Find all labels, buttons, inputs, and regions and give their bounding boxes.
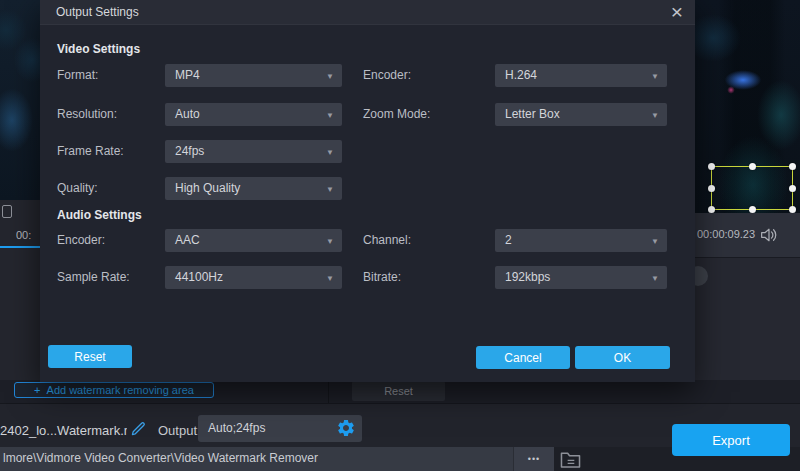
chevron-down-icon: ▼ [326,230,334,253]
quality-value: High Quality [175,177,240,200]
chevron-down-icon: ▼ [326,141,334,164]
speaker-icon[interactable] [760,227,778,247]
sample-rate-label: Sample Rate: [57,270,130,284]
dialog-title-bar: Output Settings × [40,0,695,25]
chevron-down-icon: ▼ [651,230,659,253]
gear-icon[interactable] [336,418,356,442]
workarea-row: + Add watermark removing area Reset [0,380,800,403]
resolution-value: Auto [175,103,200,126]
audio-encoder-dropdown[interactable]: AAC ▼ [165,229,342,252]
audio-encoder-value: AAC [175,229,200,252]
add-watermark-area-button[interactable]: + Add watermark removing area [14,382,214,398]
ok-button[interactable]: OK [575,346,670,369]
workarea-reset-button[interactable]: Reset [352,381,445,401]
output-label: Output: [158,423,201,438]
quality-dropdown[interactable]: High Quality ▼ [165,177,342,200]
left-preview-panel: 00: [0,200,40,403]
output-settings-dialog: Output Settings × Video Settings Format:… [40,0,695,382]
resolution-label: Resolution: [57,107,117,121]
video-settings-heading: Video Settings [57,42,140,56]
cancel-button[interactable]: Cancel [476,346,570,369]
right-preview-toolbar: 00:00:09.23 [695,213,800,257]
sample-rate-value: 44100Hz [175,266,223,289]
bitrate-dropdown[interactable]: 192kbps ▼ [495,266,667,289]
close-icon[interactable]: × [671,0,683,24]
video-encoder-value: H.264 [505,64,537,87]
bitrate-value: 192kbps [505,266,550,289]
channel-label: Channel: [363,233,411,247]
progress-bar[interactable] [0,246,40,248]
video-watermark-remover-window: 00: 00:00:09.23 + Add watermark removing… [0,0,800,471]
selection-handle[interactable] [749,206,756,213]
chevron-down-icon: ▼ [326,267,334,290]
format-dropdown[interactable]: MP4 ▼ [165,64,342,87]
sample-rate-dropdown[interactable]: 44100Hz ▼ [165,266,342,289]
original-video-preview [0,0,40,200]
selection-handle[interactable] [708,163,715,170]
open-folder-icon[interactable] [559,450,582,471]
resolution-dropdown[interactable]: Auto ▼ [165,103,342,126]
bitrate-label: Bitrate: [363,270,401,284]
frame-rate-label: Frame Rate: [57,144,124,158]
selection-handle[interactable] [708,206,715,213]
selection-handle[interactable] [749,163,756,170]
frame-rate-value: 24fps [175,140,204,163]
selection-handle[interactable] [789,185,796,192]
frame-rate-dropdown[interactable]: 24fps ▼ [165,140,342,163]
timecode-label: 00:00:09.23 [697,228,755,240]
format-value: MP4 [175,64,200,87]
right-preview-panel [695,257,800,381]
channel-dropdown[interactable]: 2 ▼ [495,229,667,252]
chevron-down-icon: ▼ [326,65,334,88]
watermark-selection-box[interactable] [711,166,793,210]
selection-handle[interactable] [789,163,796,170]
zoom-mode-value: Letter Box [505,103,560,126]
export-button[interactable]: Export [672,424,790,456]
frame-icon [2,205,12,218]
browse-more-button[interactable]: ••• [513,447,554,471]
zoom-mode-dropdown[interactable]: Letter Box ▼ [495,103,667,126]
selection-handle[interactable] [708,185,715,192]
chevron-down-icon: ▼ [651,104,659,127]
video-encoder-dropdown[interactable]: H.264 ▼ [495,64,667,87]
output-video-preview [695,0,800,213]
format-label: Format: [57,68,98,82]
reset-button[interactable]: Reset [48,345,132,368]
output-path-text: lmore\Vidmore Video Converter\Video Wate… [3,451,508,465]
output-format-value: Auto;24fps [208,415,265,442]
filename-label: 2402_lo...Watermark.mp4 [0,423,127,438]
dialog-title: Output Settings [56,0,139,25]
add-watermark-area-label: Add watermark removing area [47,384,194,396]
selection-handle[interactable] [789,206,796,213]
video-encoder-label: Encoder: [363,68,411,82]
chevron-down-icon: ▼ [651,65,659,88]
left-timecode: 00: [16,229,40,241]
chevron-down-icon: ▼ [326,178,334,201]
edit-pencil-icon[interactable] [130,420,147,441]
audio-settings-heading: Audio Settings [57,208,142,222]
panel-divider [328,380,329,403]
chevron-down-icon: ▼ [326,104,334,127]
output-path-field[interactable]: lmore\Vidmore Video Converter\Video Wate… [0,447,513,471]
chevron-down-icon: ▼ [651,267,659,290]
zoom-mode-label: Zoom Mode: [363,107,430,121]
plus-icon: + [34,384,40,396]
channel-value: 2 [505,229,512,252]
output-format-field[interactable]: Auto;24fps [198,415,362,442]
audio-encoder-label: Encoder: [57,233,105,247]
quality-label: Quality: [57,181,98,195]
